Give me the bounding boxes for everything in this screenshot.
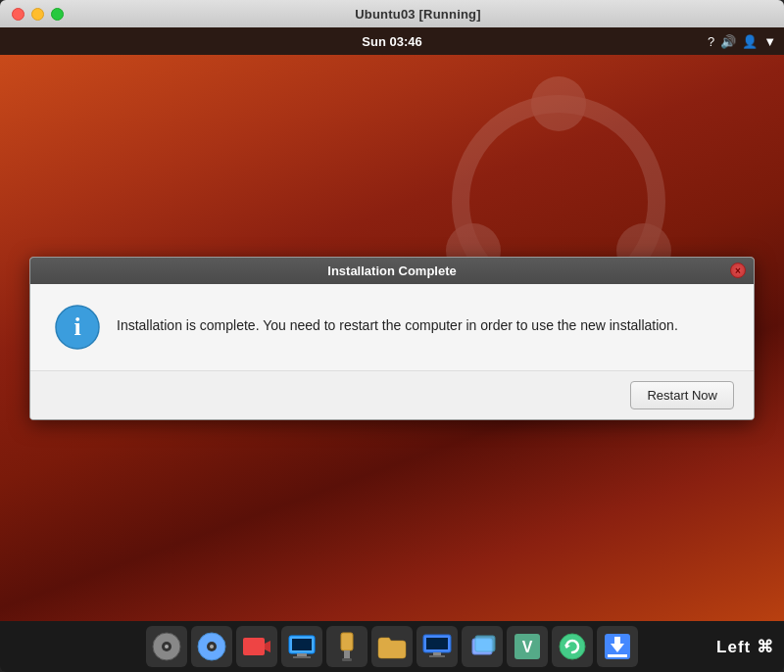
user-icon[interactable]: 👤 (742, 34, 758, 49)
taskbar-item-cd[interactable] (191, 626, 232, 667)
maximize-button[interactable] (51, 8, 64, 21)
svg-rect-17 (297, 653, 307, 656)
dialog-close-button[interactable]: × (730, 263, 746, 278)
svg-rect-24 (433, 652, 441, 655)
installation-complete-dialog: Installation Complete × i Installation i… (29, 257, 755, 420)
svg-text:V: V (522, 639, 533, 655)
folder-icon (376, 631, 408, 662)
svg-rect-19 (341, 633, 353, 650)
disk-icon (151, 631, 182, 662)
layers-icon (466, 631, 498, 662)
traffic-lights (12, 8, 64, 21)
close-button[interactable] (12, 8, 24, 21)
taskbar: V Left ⌘ (0, 621, 784, 672)
info-icon: i (54, 304, 101, 351)
dialog-title: Installation Complete (327, 264, 456, 278)
svg-rect-16 (292, 639, 312, 650)
screen-icon (421, 631, 453, 662)
svg-rect-35 (608, 654, 627, 657)
video-icon (241, 631, 272, 662)
taskbar-item-refresh[interactable] (552, 626, 593, 667)
taskbar-item-video[interactable] (236, 626, 277, 667)
svg-rect-23 (426, 638, 448, 649)
power-icon[interactable]: ▼ (763, 34, 776, 49)
svg-rect-34 (614, 637, 620, 646)
svg-rect-13 (243, 638, 265, 655)
taskbar-item-network[interactable] (281, 626, 322, 667)
top-bar-right: ? 🔊 👤 ▼ (708, 34, 776, 49)
dialog-footer: Restart Now (30, 370, 754, 419)
taskbar-item-disk[interactable] (146, 626, 187, 667)
network-icon (286, 631, 318, 662)
svg-point-30 (560, 634, 585, 659)
taskbar-item-download[interactable] (597, 626, 638, 667)
refresh-icon (557, 631, 588, 662)
taskbar-item-usb[interactable] (326, 626, 368, 667)
dialog-body: i Installation is complete. You need to … (30, 284, 754, 370)
svg-rect-27 (475, 636, 495, 651)
restart-now-button[interactable]: Restart Now (630, 381, 734, 409)
svg-rect-25 (429, 655, 445, 657)
download-icon (602, 631, 633, 662)
svg-rect-18 (293, 656, 311, 658)
cd-icon (196, 631, 227, 662)
dialog-title-bar: Installation Complete × (30, 258, 754, 284)
network-status-icon: ? (708, 34, 714, 49)
taskbar-right: Left ⌘ (716, 637, 774, 657)
taskbar-item-layers[interactable] (462, 626, 503, 667)
clock: Sun 03:46 (362, 34, 421, 49)
svg-point-12 (210, 645, 214, 648)
ubuntu-top-bar: Sun 03:46 ? 🔊 👤 ▼ (0, 27, 784, 55)
minimize-button[interactable] (31, 8, 44, 21)
keyboard-shortcut-label: Left ⌘ (716, 637, 774, 657)
window: Ubuntu03 [Running] Sun 03:46 ? 🔊 👤 ▼ (0, 0, 784, 672)
svg-point-9 (165, 645, 169, 648)
dialog-message: Installation is complete. You need to re… (117, 304, 730, 336)
svg-marker-14 (265, 641, 270, 652)
v-editor-icon: V (512, 631, 543, 662)
svg-text:i: i (74, 312, 80, 341)
window-title: Ubuntu03 [Running] (64, 7, 772, 22)
title-bar: Ubuntu03 [Running] (0, 0, 784, 27)
svg-rect-21 (342, 658, 352, 661)
desktop: Installation Complete × i Installation i… (0, 55, 784, 621)
volume-icon[interactable]: 🔊 (720, 34, 736, 49)
usb-icon (331, 631, 363, 662)
taskbar-item-screen[interactable] (416, 626, 458, 667)
taskbar-item-folder[interactable] (371, 626, 413, 667)
dialog-overlay: Installation Complete × i Installation i… (0, 55, 784, 621)
taskbar-item-v[interactable]: V (507, 626, 548, 667)
